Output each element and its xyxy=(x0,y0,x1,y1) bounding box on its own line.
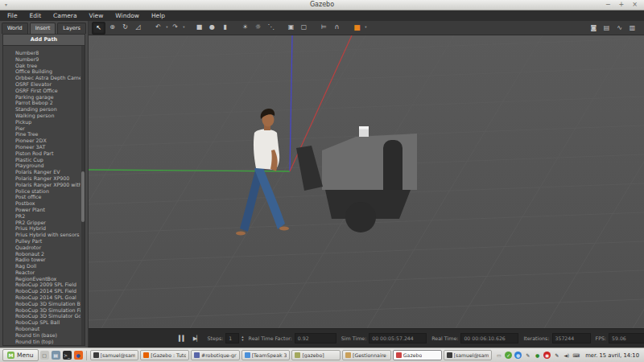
model-list-item[interactable]: Polaris Ranger EV xyxy=(15,169,80,175)
teamspeak-tray-icon[interactable]: ● xyxy=(514,352,522,359)
window-titlebar[interactable]: ▾ Gazebo − + × xyxy=(0,0,644,10)
taskbar-window-button[interactable]: [Gestionnaire de logi... xyxy=(342,350,391,360)
terminal-launcher[interactable]: >_ xyxy=(63,351,72,360)
field-value[interactable]: 0.92 xyxy=(295,333,336,343)
scrollbar-thumb[interactable] xyxy=(81,171,85,222)
model-list-item[interactable]: Pulley Part xyxy=(15,238,80,245)
menu-item[interactable]: Edit xyxy=(30,12,42,19)
model-list-item[interactable]: Office Building xyxy=(15,68,80,75)
translate-tool[interactable]: ⊕ xyxy=(106,22,118,33)
model-list-item[interactable]: Pine Tree xyxy=(15,131,80,138)
taskbar-window-button[interactable]: Gazebo xyxy=(393,350,442,360)
model-list-item[interactable]: Standing person xyxy=(15,106,80,113)
menu-item[interactable]: Help xyxy=(151,12,165,19)
taskbar-window-button[interactable]: [Gazebo : Tutorial : Q... xyxy=(140,350,189,360)
model-list-item[interactable]: Robonaut xyxy=(15,326,80,332)
show-desktop-button[interactable]: ▢ xyxy=(40,351,49,360)
paste-button[interactable]: ▢ xyxy=(298,22,310,33)
model-list-item[interactable]: Prius Hybrid with sensors xyxy=(15,232,80,238)
model-list-item[interactable]: Piston Rod Part xyxy=(15,150,80,157)
model-list-item[interactable]: Pioneer 3AT xyxy=(15,144,80,150)
model-list-item[interactable]: Radio tower xyxy=(15,257,80,263)
align-tool[interactable]: ⊨ xyxy=(318,22,330,33)
model-list-item[interactable]: Orbbec Astra Depth Camera xyxy=(15,75,80,81)
scene-3d-view[interactable] xyxy=(89,35,644,328)
model-list-item[interactable]: Round tin (top) xyxy=(15,339,80,345)
clipboard-button[interactable]: ▥ xyxy=(626,23,638,34)
box-tool[interactable]: ■ xyxy=(193,22,205,33)
plot-button[interactable]: ∿ xyxy=(613,23,625,34)
rotate-tool[interactable]: ↻ xyxy=(119,22,131,33)
taskbar-window-button[interactable]: [samuel@samuel ~] xyxy=(90,350,139,360)
spot-light-tool[interactable]: ☼ xyxy=(252,22,264,33)
model-list-item[interactable]: Walking person xyxy=(15,113,80,119)
panel-tab[interactable]: Layers xyxy=(57,23,86,34)
model-list-item[interactable]: Police station xyxy=(15,188,80,195)
field-value[interactable]: 00 00:06:10.626 xyxy=(460,333,518,343)
pause-button[interactable]: ▍▍ xyxy=(179,335,186,342)
tablet-icon[interactable]: ● xyxy=(534,352,541,359)
copy-button[interactable]: ▣ xyxy=(285,22,297,33)
model-list-item[interactable]: Pier xyxy=(15,125,80,132)
model-list-item[interactable]: OSRF First Office xyxy=(15,88,80,94)
panel-tab[interactable]: Insert xyxy=(30,23,56,34)
model-list-item[interactable]: Playground xyxy=(15,162,80,169)
update-manager-icon[interactable]: ✓ xyxy=(505,352,512,359)
model-list-item[interactable]: Plastic Cup xyxy=(15,157,80,163)
keyboard-icon[interactable]: ⌨ xyxy=(572,352,580,359)
snap-tool[interactable]: ∩ xyxy=(331,22,343,33)
field-value[interactable]: 00 00:05:57.244 xyxy=(369,333,427,343)
model-list-item[interactable]: PR2 Gripper xyxy=(15,220,80,226)
model-list-item[interactable]: Power Plant xyxy=(15,207,80,213)
model-list-item[interactable]: RoboCup 2009 SPL Field xyxy=(15,282,80,288)
model-list-item[interactable]: Number9 xyxy=(15,56,80,63)
add-path-button[interactable]: Add Path xyxy=(3,35,85,46)
sphere-tool[interactable]: ● xyxy=(206,22,218,33)
pen-icon[interactable]: ✎ xyxy=(553,352,560,359)
model-list-item[interactable]: RoboCup 3D Simulator Goal xyxy=(15,313,80,319)
model-list-item[interactable]: Round tin (base) xyxy=(15,332,80,339)
model-list-item[interactable]: RoboCup 2014 SPL Field xyxy=(15,288,80,294)
menu-item[interactable]: Window xyxy=(115,12,139,19)
point-light-tool[interactable]: ☀ xyxy=(239,22,251,33)
spinner-down-icon[interactable]: ▾ xyxy=(242,339,243,342)
model-list-item[interactable]: Rag Doll xyxy=(15,263,80,269)
model-list-item[interactable]: RoboCup 2014 SPL Goal xyxy=(15,294,80,301)
step-button[interactable]: ▶▏ xyxy=(193,335,200,342)
redo-history-dropdown[interactable]: ▾ xyxy=(182,22,186,33)
notifications-icon[interactable]: ▭ xyxy=(495,352,502,359)
mint-menu-button[interactable]: M Menu xyxy=(2,349,39,361)
clock[interactable]: mer. 15 avril, 14:10 xyxy=(583,352,642,359)
model-list-item[interactable]: Robonaut 2 xyxy=(15,251,80,257)
taskbar-window-button[interactable]: #robotique-gr1 - Disc... xyxy=(191,350,240,360)
log-record-button[interactable]: ▤ xyxy=(601,23,613,34)
model-list-item[interactable]: Parking garage xyxy=(15,94,80,101)
model-list-item[interactable]: Quadrotor xyxy=(15,245,80,251)
model-list-item[interactable]: RegionEventBox xyxy=(15,276,80,282)
scale-tool[interactable]: ◿ xyxy=(132,22,144,33)
steps-spinner[interactable]: ▴ ▾ xyxy=(242,335,243,341)
model-list-item[interactable]: Pioneer 2DX xyxy=(15,138,80,144)
model-list-item[interactable]: Postbox xyxy=(15,200,80,207)
cylinder-tool[interactable]: ▮ xyxy=(219,22,231,33)
undo-button[interactable]: ↶ xyxy=(152,22,164,33)
files-launcher[interactable]: ▤ xyxy=(52,351,60,360)
panel-tab[interactable]: World xyxy=(2,23,28,34)
model-list-item[interactable]: Polaris Ranger XP900 xyxy=(15,175,80,182)
model-list-item[interactable]: Parrot Bebop 2 xyxy=(15,100,80,106)
directional-light-tool[interactable]: ⋱ xyxy=(265,22,277,33)
menu-item[interactable]: Camera xyxy=(53,12,76,19)
model-list-scrollbar[interactable] xyxy=(81,46,85,345)
building-editor-button[interactable]: ■ xyxy=(351,22,363,33)
screenshot-button[interactable]: ◙ xyxy=(588,23,600,34)
taskbar-window-button[interactable]: [samuel@samuel ~/B... xyxy=(444,350,493,360)
record-icon[interactable]: ◉ xyxy=(543,352,551,359)
model-list-item[interactable]: RoboCup 3D Simulation Ball xyxy=(15,301,80,307)
model-list-item[interactable]: Pickup xyxy=(15,119,80,125)
model-list-item[interactable]: Oak tree xyxy=(15,63,80,69)
model-list-item[interactable]: Polaris Ranger XP900 without ... xyxy=(15,182,80,188)
model-list-item[interactable]: Number8 xyxy=(15,50,80,56)
menu-item[interactable]: File xyxy=(7,12,18,19)
model-list-item[interactable]: Reactor xyxy=(15,269,80,276)
stylus-icon[interactable]: ✎ xyxy=(524,352,531,359)
